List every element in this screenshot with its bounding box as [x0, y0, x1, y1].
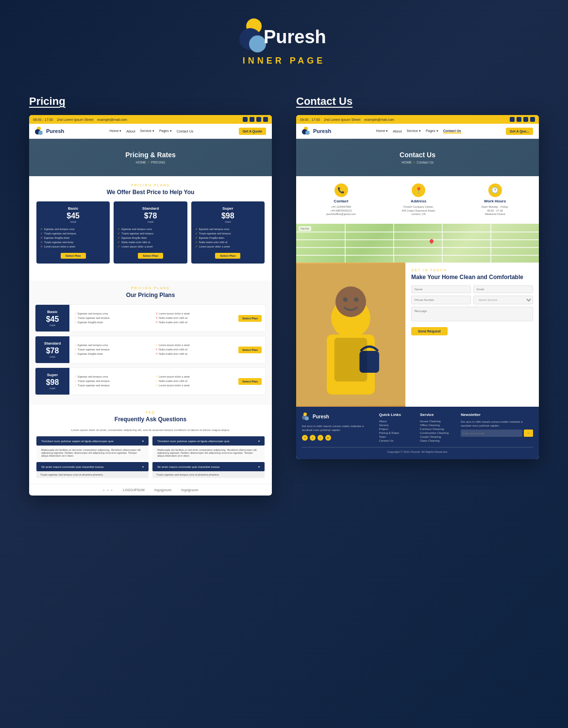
horiz-super-header: Super $98 /visit [35, 368, 69, 395]
contact-breadcrumb: HOME › Contact Us [401, 161, 434, 164]
map-label: Fan-Far [299, 226, 311, 231]
plan-basic-btn[interactable]: Select Plan [61, 253, 86, 259]
contact-nav-pages[interactable]: Pages ▾ [426, 129, 438, 133]
footer-service-carpet[interactable]: Carpet Cleaning [420, 435, 456, 438]
plan-basic-features: ✓ Egestas sed tempus urna ✓ Turpis egest… [40, 227, 106, 248]
map-road [296, 232, 539, 232]
form-phone-input[interactable] [411, 296, 471, 304]
nav-logo-text: Puresh [46, 128, 64, 134]
contact-nav: Puresh Home ▾ About Service ▾ Pages ▾ Co… [296, 124, 539, 139]
plan-standard-features: ✓ Egestas sed tempus urna ✓ Turpis egest… [117, 227, 183, 248]
contact-nav-home[interactable]: Home ▾ [376, 129, 388, 133]
horiz-super-features: ✓ Egestas sed tempus urna ✓ Turpis egest… [69, 371, 238, 392]
horiz-basic-features: ✓ Egestas sed tempus urna ✓ Turpis egest… [69, 308, 238, 329]
faq-chevron-icon: ▾ [258, 465, 260, 468]
faq-item-1[interactable]: Tincidunt nunc pulvinar sapien et ligula… [36, 436, 149, 446]
footer-social-tw[interactable]: t [310, 435, 316, 441]
contact-person-image [296, 263, 405, 407]
topbar-left: 08:00 - 17:00 2nd Lorem Ipsum Street exa… [33, 118, 127, 121]
footer-newsletter-title: Newsletter [461, 413, 533, 417]
feature-item: ✓ Egestas sed tempus urna [117, 227, 183, 231]
form-message-textarea[interactable] [411, 307, 533, 321]
horiz-super-btn[interactable]: Select Plan [238, 378, 262, 385]
footer-link-contact[interactable]: Contact Us [379, 439, 415, 442]
footer-link-service[interactable]: Service [379, 424, 415, 427]
contact-breadcrumb-home: HOME [401, 161, 412, 164]
nav-logo: Puresh [35, 127, 64, 135]
brand-logo-2: logojpsum [154, 488, 171, 492]
send-request-button[interactable]: Send Request [411, 327, 448, 335]
topbar-right [243, 117, 268, 122]
check-icon: ✓ [74, 347, 77, 351]
breadcrumb-sep: › [148, 161, 149, 164]
footer-social-ig[interactable]: i [317, 435, 323, 441]
nav-home[interactable]: Home ▾ [110, 129, 122, 133]
plan-super-btn[interactable]: Select Plan [215, 253, 240, 259]
horiz-basic-btn[interactable]: Select Plan [238, 315, 262, 322]
horiz-feature-col-left: ✓ Egestas sed tempus urna ✓ Turpis egest… [74, 343, 152, 356]
horiz-feature-item: ✓ Egestas fringilla diam [74, 352, 152, 355]
newsletter-input-row: → [461, 430, 533, 437]
nav-about[interactable]: About [126, 129, 135, 133]
horiz-feature-item: ✓ Egestas sed tempus urna [74, 312, 152, 315]
horiz-standard-price: $78 [46, 347, 59, 355]
horiz-feature-col-right: ✓ Lorem ipsum dolor a amet ✓ Nulla matti… [155, 375, 234, 388]
footer-col-brand: Puresh Est arcu in nibh mauris cursus ma… [302, 413, 374, 443]
nav-service[interactable]: Service ▾ [140, 129, 154, 133]
map-road [490, 224, 491, 263]
footer-quicklinks-title: Quick Links [379, 413, 415, 417]
svg-point-4 [343, 298, 348, 302]
social-tw-icon [517, 117, 521, 122]
faq-question-2: Tincidunt nunc pulvinar sapien et ligula… [157, 440, 230, 443]
faq-item-4[interactable]: Sit amet mauris commodo quis imperdiet m… [152, 462, 265, 471]
contact-topbar-hours: 08:00 - 17:00 [300, 118, 320, 121]
footer-copyright: Copyright © 2021 Puresh. All Rights Rese… [302, 447, 533, 453]
form-name-input[interactable] [411, 285, 471, 293]
footer-service-house[interactable]: House Cleaning [420, 420, 456, 423]
contact-info-hours: 🕐 Work Hours Open Monday - Friday:08.00 … [481, 183, 508, 216]
footer-service-furniture[interactable]: Furniture Cleaning [420, 428, 456, 430]
nav-pages[interactable]: Pages ▾ [159, 129, 172, 133]
footer-service-glass[interactable]: Glass Cleaning [420, 439, 456, 442]
contact-nav-contact[interactable]: Contact Us [443, 129, 461, 133]
nav-cta-button[interactable]: Get A Quote [239, 128, 266, 135]
pricing-section-2: PRICING PLANS Our Pricing Plans Basic $4… [29, 281, 272, 405]
contact-footer: Puresh Est arcu in nibh mauris cursus ma… [296, 407, 539, 459]
pricing2-eyebrow: PRICING PLANS [35, 286, 266, 290]
footer-link-pricing[interactable]: Pricing & Rates [379, 431, 415, 434]
footer-service-construction[interactable]: Construction Cleaning [420, 431, 456, 434]
topbar-hours: 08:00 - 17:00 [33, 118, 53, 121]
form-service-select[interactable]: Select Service House Cleaning Office Cle… [473, 296, 533, 304]
contact-nav-about[interactable]: About [393, 129, 401, 133]
faq-item-2[interactable]: Tincidunt nunc pulvinar sapien et ligula… [152, 436, 265, 446]
form-email-input[interactable] [473, 285, 533, 293]
faq-item-3[interactable]: Sit amet mauris commodo quis imperdiet m… [36, 462, 149, 471]
footer-link-project[interactable]: Project [379, 428, 415, 430]
feature-item: ✓ Turpis egestas sed tempus [40, 232, 106, 235]
breadcrumb-current: PRICING [151, 161, 165, 164]
contact-topbar-right [510, 117, 535, 122]
contact-nav-cta-button[interactable]: Get A Quo... [506, 128, 533, 135]
feature-item: ✕ Egestas fringilla diam [40, 236, 106, 239]
plan-standard-btn[interactable]: Select Plan [138, 253, 163, 259]
faq-title: Frequently Ask Questions [36, 416, 265, 423]
footer-social-li[interactable]: in [325, 435, 331, 441]
horiz-standard-btn[interactable]: Select Plan [238, 347, 262, 353]
footer-link-team[interactable]: Team [379, 435, 415, 438]
check-icon: ✓ [74, 316, 77, 319]
footer-social-fb[interactable]: f [302, 435, 308, 441]
newsletter-email-input[interactable] [461, 430, 522, 437]
check-icon: ✓ [74, 375, 77, 378]
footer-link-about[interactable]: About [379, 420, 415, 423]
feature-item: ✓ Turpis egestas sed temp [40, 240, 106, 244]
cross-icon: ✕ [40, 236, 43, 239]
check-icon: ✓ [195, 245, 198, 248]
form-heading: Make Your Home Clean and Comfortable [411, 274, 533, 281]
horiz-basic-header: Basic $45 /visit [35, 305, 69, 331]
brand-logos: ● ● ● LOGOJPSUM logojpsum logojpsum [29, 484, 272, 496]
nav-contact[interactable]: Contact Us [177, 129, 194, 133]
horiz-feature-item: ✕ Nulla mattis erim nibh al [155, 352, 234, 355]
newsletter-submit-btn[interactable]: → [524, 430, 533, 437]
contact-nav-service[interactable]: Service ▾ [407, 129, 421, 133]
footer-service-office[interactable]: Office Cleaning [420, 424, 456, 427]
